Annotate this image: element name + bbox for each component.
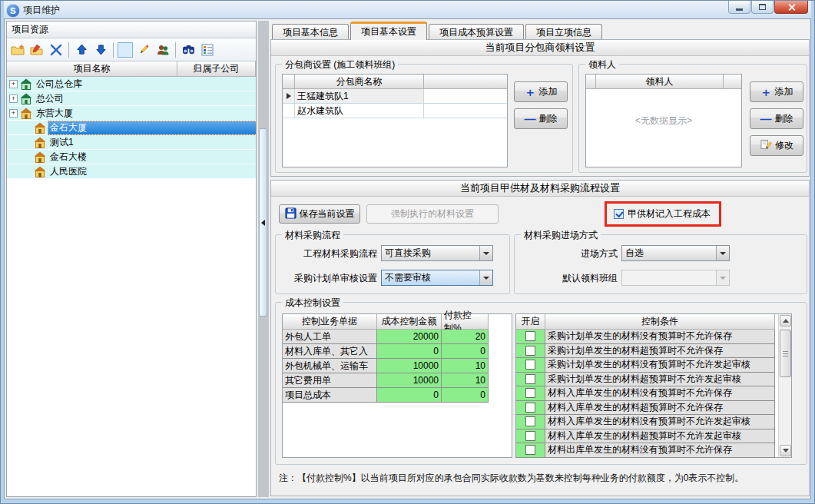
cost-amount[interactable]: 20000	[377, 330, 442, 344]
maximize-button[interactable]	[751, 1, 774, 14]
panel-splitter[interactable]	[258, 21, 269, 497]
tree-item-label: 金石大厦	[48, 121, 256, 134]
no-data-hint: <无数据显示>	[586, 114, 741, 128]
tab[interactable]: 项目基本设置	[350, 22, 427, 40]
tab[interactable]: 项目成本预算设置	[429, 24, 524, 40]
field-label: 默认领料班组	[515, 272, 618, 285]
column-header-picker[interactable]: 领料人	[596, 75, 724, 89]
column-header-percent[interactable]: 付款控制%	[442, 314, 489, 330]
project-tree: + 公司总仓库 + 总公司	[7, 77, 256, 179]
column-header-subcontractor[interactable]: 分包商名称	[295, 75, 424, 89]
save-settings-button[interactable]: 保存当前设置	[279, 204, 360, 224]
move-down-icon[interactable]	[92, 41, 109, 58]
payment-percent[interactable]: 0	[442, 344, 489, 359]
payment-percent[interactable]: 10	[442, 359, 489, 373]
condition-checkbox[interactable]	[525, 431, 535, 441]
force-material-button[interactable]: 强制执行的材料设置	[366, 204, 499, 224]
close-button[interactable]	[774, 1, 808, 14]
subcontractor-name: 赵水建筑队	[295, 104, 424, 118]
subcontractor-name: 王猛建筑队1	[295, 89, 424, 104]
tree-item[interactable]: + 总公司	[7, 91, 256, 106]
field-label: 工程材料采购流程	[276, 247, 377, 260]
condition-checkbox[interactable]	[525, 403, 535, 413]
search-icon[interactable]	[180, 41, 197, 58]
vertical-scrollbar[interactable]	[778, 314, 791, 457]
default-team-dropdown[interactable]	[621, 270, 730, 286]
new-folder-icon[interactable]	[9, 41, 26, 58]
current-row-icon	[287, 93, 291, 99]
payment-percent[interactable]: 0	[442, 388, 489, 403]
delete-icon[interactable]	[48, 41, 65, 58]
tree-item[interactable]: + 人民医院	[7, 164, 256, 179]
tab[interactable]: 项目立项信息	[525, 24, 602, 40]
column-header-condition[interactable]: 控制条件	[545, 314, 775, 330]
cost-row[interactable]: 外包人工单 20000 20	[283, 330, 512, 344]
condition-checkbox[interactable]	[525, 445, 535, 455]
table-row[interactable]: 王猛建筑队1	[283, 89, 507, 104]
scroll-up-icon[interactable]	[780, 315, 791, 327]
cost-amount[interactable]: 0	[377, 344, 442, 359]
house-icon	[20, 78, 32, 90]
edit-document-icon	[760, 139, 772, 153]
column-header-doc[interactable]: 控制业务单据	[283, 314, 377, 330]
condition-checkbox[interactable]	[525, 331, 535, 341]
payment-percent[interactable]: 10	[442, 373, 489, 388]
cost-doc-name: 外包人工单	[283, 330, 377, 344]
plus-icon: ＋	[525, 88, 536, 97]
tree-item[interactable]: + 公司总仓库	[7, 77, 256, 91]
add-picker-button[interactable]: ＋ 添加	[750, 81, 803, 102]
column-header-enable[interactable]: 开启	[516, 314, 545, 330]
scrollbar-thumb[interactable]	[780, 330, 791, 377]
column-header-amount[interactable]: 成本控制金额	[377, 314, 442, 330]
entry-mode-dropdown[interactable]: 自选	[621, 245, 730, 261]
report-icon[interactable]	[199, 41, 216, 58]
pencil-icon[interactable]	[135, 41, 152, 58]
payment-percent[interactable]: 20	[442, 330, 489, 344]
expand-icon[interactable]: +	[9, 94, 18, 103]
project-resource-panel: 项目资源	[6, 21, 257, 497]
minus-icon: —	[760, 114, 772, 124]
tree-item[interactable]: + 金石大楼	[7, 150, 256, 164]
move-up-icon[interactable]	[73, 41, 90, 58]
tree-item[interactable]: + 测试1	[7, 135, 256, 150]
cost-amount[interactable]: 10000	[377, 373, 442, 388]
condition-label: 采购计划单发生的材料没有预算时不允许发起审核	[545, 358, 775, 373]
cost-row[interactable]: 其它费用单 10000 10	[283, 373, 512, 388]
cost-amount[interactable]: 10000	[377, 359, 442, 373]
modify-picker-button[interactable]: 修改	[750, 135, 803, 156]
cost-row[interactable]: 外包机械单、运输车 10000 10	[283, 359, 512, 373]
minimize-button[interactable]	[728, 1, 750, 14]
purchase-flow-dropdown[interactable]: 可直接采购	[381, 245, 493, 261]
condition-row: 采购计划单发生的材料超预算时不允许保存	[516, 344, 791, 359]
condition-checkbox[interactable]	[525, 346, 535, 356]
material-section: 当前项目甲供材及材料采购流程设置 保存当前设置 强制执行的材料设置 甲供材记入工…	[270, 180, 810, 496]
add-subcontractor-button[interactable]: ＋ 添加	[514, 81, 568, 102]
color-box[interactable]	[118, 42, 133, 58]
splitter-handle[interactable]	[259, 128, 267, 317]
column-header-project-name[interactable]: 项目名称	[7, 61, 177, 76]
tree-item[interactable]: + 金石大厦	[7, 121, 256, 135]
condition-checkbox[interactable]	[525, 416, 535, 426]
condition-checkbox[interactable]	[525, 388, 535, 398]
edit-folder-icon[interactable]	[28, 41, 45, 58]
tree-item[interactable]: + 东营大厦	[7, 106, 256, 121]
cost-row[interactable]: 项目总成本 0 0	[283, 388, 512, 403]
tree-item-label: 公司总仓库	[35, 78, 256, 91]
plan-audit-dropdown[interactable]: 不需要审核	[381, 270, 493, 286]
cost-amount[interactable]: 0	[377, 388, 442, 403]
house-icon	[20, 108, 32, 119]
users-icon[interactable]	[154, 41, 171, 58]
delete-picker-button[interactable]: — 删除	[750, 108, 803, 129]
expand-icon[interactable]: +	[9, 80, 18, 88]
cost-row[interactable]: 材料入库单、其它入 0 0	[283, 344, 512, 359]
chevron-down-icon	[716, 270, 729, 285]
expand-icon[interactable]: +	[9, 109, 18, 118]
delete-subcontractor-button[interactable]: — 删除	[514, 108, 568, 129]
column-header-subcompany[interactable]: 归属子公司	[177, 61, 256, 76]
owner-material-checkbox[interactable]	[614, 209, 624, 219]
table-row[interactable]: 赵水建筑队	[283, 104, 507, 118]
scroll-down-icon[interactable]	[780, 445, 791, 456]
condition-checkbox[interactable]	[525, 360, 535, 370]
tab[interactable]: 项目基本信息	[272, 24, 349, 40]
condition-checkbox[interactable]	[525, 374, 535, 384]
